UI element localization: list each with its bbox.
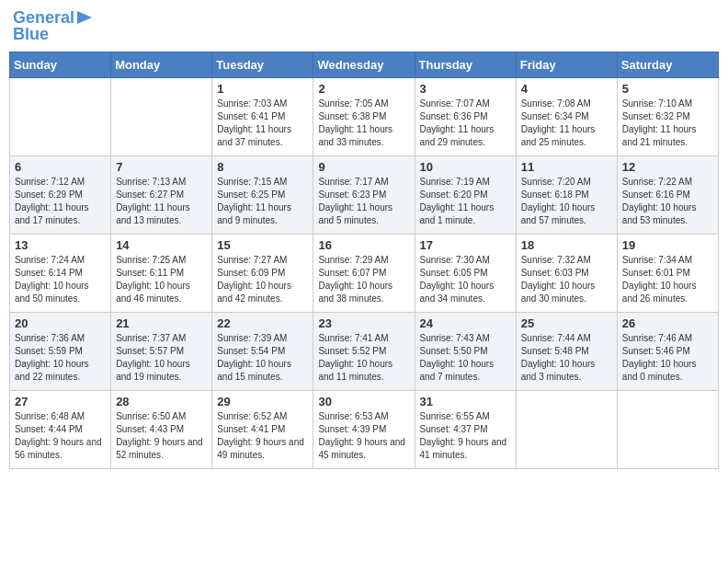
day-info: Sunrise: 7:36 AM Sunset: 5:59 PM Dayligh… [15, 332, 106, 384]
calendar-header-wednesday: Wednesday [313, 52, 415, 77]
calendar-cell: 26Sunrise: 7:46 AM Sunset: 5:46 PM Dayli… [617, 312, 718, 390]
calendar-cell: 21Sunrise: 7:37 AM Sunset: 5:57 PM Dayli… [111, 312, 212, 390]
calendar-header-tuesday: Tuesday [212, 52, 313, 77]
day-number: 1 [217, 82, 308, 96]
day-info: Sunrise: 7:30 AM Sunset: 6:05 PM Dayligh… [420, 254, 511, 305]
day-number: 31 [420, 395, 511, 408]
day-info: Sunrise: 7:37 AM Sunset: 5:57 PM Dayligh… [116, 332, 207, 384]
day-info: Sunrise: 7:46 AM Sunset: 5:46 PM Dayligh… [622, 332, 713, 384]
day-info: Sunrise: 7:44 AM Sunset: 5:48 PM Dayligh… [521, 332, 612, 384]
calendar-week-row: 1Sunrise: 7:03 AM Sunset: 6:41 PM Daylig… [10, 77, 719, 155]
day-number: 26 [622, 316, 713, 330]
calendar-header-row: SundayMondayTuesdayWednesdayThursdayFrid… [10, 52, 719, 77]
page-header: General Blue [9, 9, 719, 44]
calendar-cell: 4Sunrise: 7:08 AM Sunset: 6:34 PM Daylig… [516, 77, 617, 155]
day-info: Sunrise: 7:27 AM Sunset: 6:09 PM Dayligh… [217, 254, 308, 305]
day-number: 18 [521, 238, 612, 252]
logo: General Blue [13, 9, 92, 44]
day-number: 28 [116, 395, 207, 408]
day-info: Sunrise: 7:32 AM Sunset: 6:03 PM Dayligh… [521, 254, 612, 305]
calendar-cell [516, 390, 617, 468]
calendar-cell: 14Sunrise: 7:25 AM Sunset: 6:11 PM Dayli… [111, 234, 212, 312]
day-number: 16 [318, 238, 409, 252]
calendar-cell: 30Sunrise: 6:53 AM Sunset: 4:39 PM Dayli… [313, 390, 415, 468]
day-info: Sunrise: 7:17 AM Sunset: 6:23 PM Dayligh… [318, 176, 409, 227]
calendar-cell: 12Sunrise: 7:22 AM Sunset: 6:16 PM Dayli… [617, 155, 718, 234]
day-number: 30 [318, 395, 409, 408]
day-number: 8 [217, 160, 308, 174]
calendar-cell: 22Sunrise: 7:39 AM Sunset: 5:54 PM Dayli… [212, 312, 313, 390]
calendar-cell: 28Sunrise: 6:50 AM Sunset: 4:43 PM Dayli… [111, 390, 212, 468]
day-info: Sunrise: 7:12 AM Sunset: 6:29 PM Dayligh… [15, 176, 106, 227]
day-info: Sunrise: 6:55 AM Sunset: 4:37 PM Dayligh… [420, 410, 511, 462]
calendar-cell [617, 390, 718, 468]
calendar-cell: 25Sunrise: 7:44 AM Sunset: 5:48 PM Dayli… [516, 312, 617, 390]
calendar-header-friday: Friday [516, 52, 617, 77]
day-number: 10 [420, 160, 511, 174]
calendar-cell: 1Sunrise: 7:03 AM Sunset: 6:41 PM Daylig… [212, 77, 313, 155]
calendar-header-sunday: Sunday [10, 52, 111, 77]
logo-arrow-icon [77, 11, 92, 24]
day-number: 29 [217, 395, 308, 408]
day-info: Sunrise: 7:34 AM Sunset: 6:01 PM Dayligh… [622, 254, 713, 305]
day-info: Sunrise: 7:22 AM Sunset: 6:16 PM Dayligh… [622, 176, 713, 227]
calendar-cell: 29Sunrise: 6:52 AM Sunset: 4:41 PM Dayli… [212, 390, 313, 468]
calendar-cell: 31Sunrise: 6:55 AM Sunset: 4:37 PM Dayli… [415, 390, 516, 468]
calendar-cell: 13Sunrise: 7:24 AM Sunset: 6:14 PM Dayli… [10, 234, 111, 312]
calendar-cell: 16Sunrise: 7:29 AM Sunset: 6:07 PM Dayli… [313, 234, 415, 312]
calendar-header-monday: Monday [111, 52, 212, 77]
day-number: 4 [521, 82, 612, 96]
day-info: Sunrise: 6:52 AM Sunset: 4:41 PM Dayligh… [217, 410, 308, 462]
calendar-cell: 3Sunrise: 7:07 AM Sunset: 6:36 PM Daylig… [415, 77, 516, 155]
day-info: Sunrise: 6:53 AM Sunset: 4:39 PM Dayligh… [318, 410, 409, 462]
day-number: 3 [420, 82, 511, 96]
day-info: Sunrise: 7:08 AM Sunset: 6:34 PM Dayligh… [521, 98, 612, 149]
day-info: Sunrise: 6:50 AM Sunset: 4:43 PM Dayligh… [116, 410, 207, 462]
calendar-cell [10, 77, 111, 155]
day-number: 24 [420, 316, 511, 330]
day-number: 12 [622, 160, 713, 174]
day-number: 6 [15, 160, 106, 174]
calendar-header-thursday: Thursday [415, 52, 516, 77]
day-info: Sunrise: 7:19 AM Sunset: 6:20 PM Dayligh… [420, 176, 511, 227]
day-number: 13 [15, 238, 106, 252]
calendar-cell: 19Sunrise: 7:34 AM Sunset: 6:01 PM Dayli… [617, 234, 718, 312]
calendar-cell: 6Sunrise: 7:12 AM Sunset: 6:29 PM Daylig… [10, 155, 111, 234]
calendar-week-row: 13Sunrise: 7:24 AM Sunset: 6:14 PM Dayli… [10, 234, 719, 312]
calendar-cell: 17Sunrise: 7:30 AM Sunset: 6:05 PM Dayli… [415, 234, 516, 312]
day-info: Sunrise: 7:24 AM Sunset: 6:14 PM Dayligh… [15, 254, 106, 305]
calendar-cell: 5Sunrise: 7:10 AM Sunset: 6:32 PM Daylig… [617, 77, 718, 155]
day-number: 14 [116, 238, 207, 252]
day-info: Sunrise: 7:43 AM Sunset: 5:50 PM Dayligh… [420, 332, 511, 384]
calendar-week-row: 20Sunrise: 7:36 AM Sunset: 5:59 PM Dayli… [10, 312, 719, 390]
calendar-cell: 15Sunrise: 7:27 AM Sunset: 6:09 PM Dayli… [212, 234, 313, 312]
day-number: 7 [116, 160, 207, 174]
calendar-cell [111, 77, 212, 155]
day-info: Sunrise: 7:13 AM Sunset: 6:27 PM Dayligh… [116, 176, 207, 227]
calendar-cell: 18Sunrise: 7:32 AM Sunset: 6:03 PM Dayli… [516, 234, 617, 312]
calendar-cell: 23Sunrise: 7:41 AM Sunset: 5:52 PM Dayli… [313, 312, 415, 390]
day-info: Sunrise: 7:20 AM Sunset: 6:18 PM Dayligh… [521, 176, 612, 227]
calendar-cell: 2Sunrise: 7:05 AM Sunset: 6:38 PM Daylig… [313, 77, 415, 155]
day-number: 5 [622, 82, 713, 96]
calendar-table: SundayMondayTuesdayWednesdayThursdayFrid… [9, 52, 719, 469]
day-number: 17 [420, 238, 511, 252]
calendar-week-row: 6Sunrise: 7:12 AM Sunset: 6:29 PM Daylig… [10, 155, 719, 234]
calendar-cell: 9Sunrise: 7:17 AM Sunset: 6:23 PM Daylig… [313, 155, 415, 234]
day-info: Sunrise: 7:41 AM Sunset: 5:52 PM Dayligh… [318, 332, 409, 384]
day-info: Sunrise: 7:10 AM Sunset: 6:32 PM Dayligh… [622, 98, 713, 149]
day-number: 19 [622, 238, 713, 252]
day-number: 21 [116, 316, 207, 330]
calendar-cell: 11Sunrise: 7:20 AM Sunset: 6:18 PM Dayli… [516, 155, 617, 234]
day-info: Sunrise: 7:29 AM Sunset: 6:07 PM Dayligh… [318, 254, 409, 305]
day-number: 11 [521, 160, 612, 174]
calendar-cell: 7Sunrise: 7:13 AM Sunset: 6:27 PM Daylig… [111, 155, 212, 234]
calendar-cell: 8Sunrise: 7:15 AM Sunset: 6:25 PM Daylig… [212, 155, 313, 234]
day-info: Sunrise: 7:15 AM Sunset: 6:25 PM Dayligh… [217, 176, 308, 227]
day-number: 9 [318, 160, 409, 174]
logo-text-line2: Blue [13, 26, 49, 44]
day-number: 2 [318, 82, 409, 96]
calendar-cell: 24Sunrise: 7:43 AM Sunset: 5:50 PM Dayli… [415, 312, 516, 390]
day-info: Sunrise: 7:25 AM Sunset: 6:11 PM Dayligh… [116, 254, 207, 305]
day-info: Sunrise: 7:39 AM Sunset: 5:54 PM Dayligh… [217, 332, 308, 384]
